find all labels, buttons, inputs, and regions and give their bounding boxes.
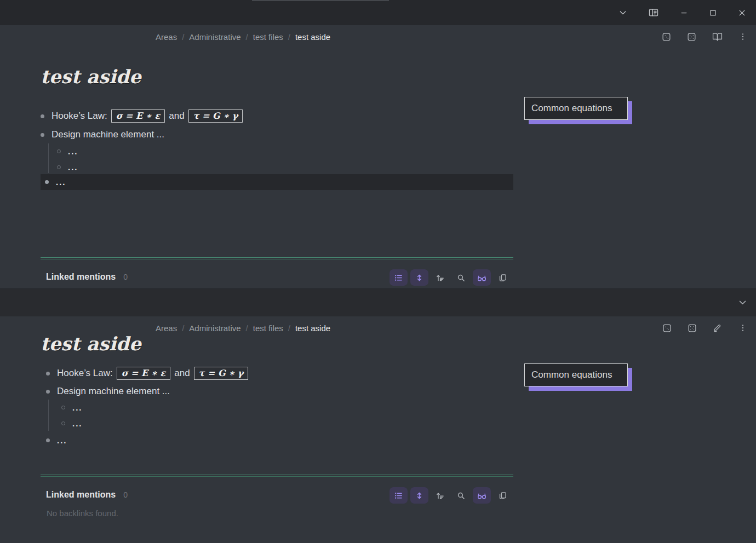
chevron-down-icon[interactable] [738,298,747,307]
breadcrumb: Areas / Administrative / test files / te… [156,25,330,48]
bullet-icon [41,114,44,118]
sort-order-icon[interactable] [431,487,449,504]
bullet-icon [46,390,50,394]
list-item-text: Hooke’s Law: [51,111,107,122]
no-backlinks-message: No backlinks found. [47,509,118,518]
math-equation[interactable]: τ = G ∗ γ [194,367,249,380]
list-subitem: ... [57,147,78,156]
list-item[interactable]: ... [46,436,67,445]
linked-mentions-count: 0 [123,490,128,499]
copy-icon[interactable] [494,487,512,504]
breadcrumb-separator: / [288,32,290,42]
list-item-text: and [174,368,190,379]
dotted-square-icon[interactable] [686,31,697,43]
breadcrumb-item[interactable]: Administrative [189,324,240,333]
breadcrumb-separator: / [182,324,184,333]
aside-label: Common equations [531,103,612,114]
math-equation[interactable]: σ = E ∗ ε [111,109,165,123]
more-options-icon[interactable] [737,322,748,333]
backlinks-divider [41,475,513,477]
reading-mode-book-icon[interactable] [711,31,724,43]
more-options-icon[interactable] [737,31,748,42]
list-item-text: ... [68,147,78,156]
search-icon[interactable] [452,487,470,504]
linked-mentions-label: Linked mentions [46,272,116,282]
list-item[interactable]: Hooke’s Law: σ = E ∗ ε and τ = G ∗ γ [46,367,252,380]
note-title: test aside [41,66,141,88]
copy-icon[interactable] [494,269,512,286]
bullet-icon [46,372,50,376]
aside-common-equations[interactable]: Common equations [524,97,628,120]
breadcrumb-item[interactable]: test files [253,324,283,333]
breadcrumb-separator: / [288,324,290,333]
breadcrumb-item-current[interactable]: test aside [295,32,330,42]
list-item-text: ... [56,177,66,187]
hollow-bullet-icon [57,149,61,153]
close-button[interactable] [736,7,748,19]
minimize-button[interactable] [678,7,690,19]
bullet-icon [45,180,49,184]
list-item[interactable]: Design machine element ... [46,386,170,397]
math-equation[interactable]: σ = E ∗ ε [117,367,170,380]
list-item-text: ... [57,436,67,445]
search-icon[interactable] [452,269,470,286]
list-subitem[interactable]: ... [61,403,83,412]
list-subitem[interactable]: ... [61,419,83,428]
list-item-text: Design machine element ... [51,129,164,140]
breadcrumb-separator: / [246,32,248,42]
indent-guide [48,400,49,431]
backlinks-divider [41,257,513,259]
list-subitem: ... [57,163,78,172]
aside-label: Common equations [531,369,612,380]
breadcrumb-item[interactable]: Administrative [189,32,240,42]
bullet-icon [46,438,50,442]
breadcrumb-item-current[interactable]: test aside [295,324,330,333]
maximize-button[interactable] [707,7,719,19]
linked-mentions-header[interactable]: Linked mentions 0 [46,272,128,282]
window-titlebar [0,0,756,25]
list-item-text: Hooke’s Law: [57,368,113,379]
show-context-glasses-icon[interactable] [473,269,491,286]
hollow-bullet-icon [61,421,65,425]
dice-icon[interactable] [661,31,672,43]
sidebar-layout-icon[interactable] [646,5,661,20]
sort-order-icon[interactable] [431,269,449,286]
chevron-down-icon[interactable] [616,6,629,19]
list-item: Design machine element ... [41,129,164,140]
linked-mentions-header[interactable]: Linked mentions 0 [46,490,128,500]
breadcrumb-separator: / [182,32,184,42]
breadcrumb-item[interactable]: Areas [156,32,177,42]
list-item-text: ... [72,403,83,412]
breadcrumb-item[interactable]: Areas [156,324,177,333]
bulleted-list-icon[interactable] [390,487,408,504]
tab-indicator [252,0,389,1]
list-item-text: ... [68,163,78,172]
bulleted-list-icon[interactable] [390,269,408,286]
dice-icon[interactable] [661,322,673,334]
list-item-text: and [169,111,184,122]
hollow-bullet-icon [61,406,65,409]
linked-mentions-toolbar [390,487,512,504]
show-context-glasses-icon[interactable] [473,487,491,504]
list-item-text: ... [72,419,83,428]
hollow-bullet-icon [57,165,61,169]
note-title: test aside [41,333,141,355]
linked-mentions-label: Linked mentions [46,490,116,500]
highlighted-list-item[interactable]: ... [41,174,513,190]
expand-vertical-icon[interactable] [410,269,428,286]
edit-mode-pencil-icon[interactable] [712,322,724,334]
aside-common-equations[interactable]: Common equations [524,363,628,386]
breadcrumb-item[interactable]: test files [253,32,283,42]
breadcrumb: Areas / Administrative / test files / te… [156,316,330,339]
linked-mentions-count: 0 [123,273,128,281]
linked-mentions-toolbar [390,269,512,286]
bullet-icon [41,133,44,137]
list-item: Hooke’s Law: σ = E ∗ ε and τ = G ∗ γ [41,109,247,123]
list-item-text: Design machine element ... [57,386,170,397]
pane-separator[interactable] [0,288,756,316]
expand-vertical-icon[interactable] [410,487,428,504]
math-equation[interactable]: τ = G ∗ γ [188,109,243,123]
pane1-header: Areas / Administrative / test files / te… [0,25,756,48]
dotted-square-icon[interactable] [686,322,698,334]
breadcrumb-separator: / [246,324,248,333]
